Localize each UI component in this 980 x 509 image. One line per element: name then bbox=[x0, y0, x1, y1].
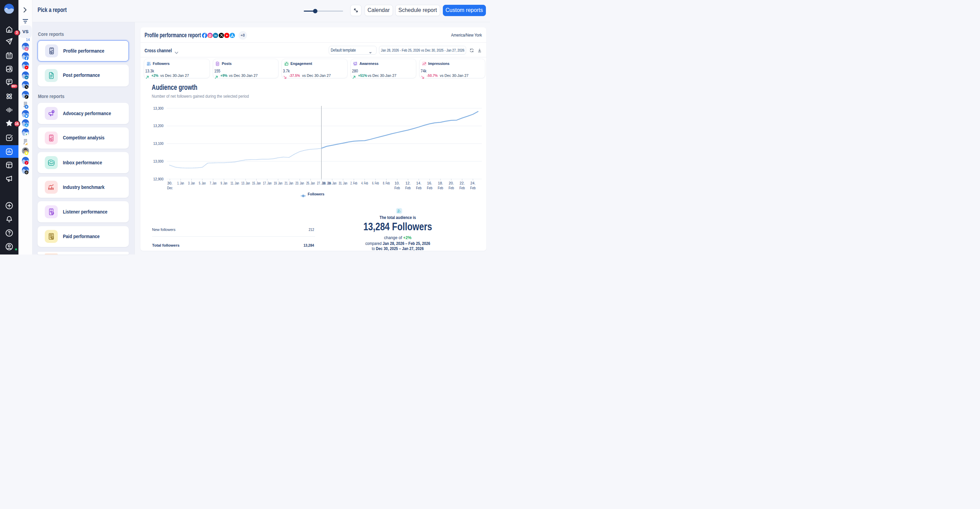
svg-text:31. Jan: 31. Jan bbox=[339, 181, 347, 185]
svg-text:12.: 12. bbox=[406, 181, 411, 185]
svg-text:18.: 18. bbox=[438, 181, 443, 185]
svg-text:11. Jan: 11. Jan bbox=[230, 181, 239, 185]
svg-text:7. Jan: 7. Jan bbox=[210, 181, 216, 185]
svg-text:$: $ bbox=[52, 237, 53, 239]
svg-text:13,300: 13,300 bbox=[153, 106, 164, 110]
svg-text:28. Jan: 28. Jan bbox=[323, 181, 331, 185]
svg-text:13,200: 13,200 bbox=[153, 124, 164, 128]
svg-text:30.: 30. bbox=[167, 181, 173, 185]
svg-text:4. Feb: 4. Feb bbox=[361, 181, 368, 185]
svg-text:1. Jan: 1. Jan bbox=[177, 181, 184, 185]
svg-text:16.: 16. bbox=[427, 181, 432, 185]
svg-text:15. Jan: 15. Jan bbox=[252, 181, 261, 185]
svg-text:21. Jan: 21. Jan bbox=[285, 181, 293, 185]
svg-text:Feb: Feb bbox=[459, 186, 465, 190]
svg-text:in: in bbox=[25, 76, 28, 79]
svg-text:17. Jan: 17. Jan bbox=[263, 181, 271, 185]
svg-text:$: $ bbox=[52, 110, 54, 113]
svg-text:in: in bbox=[215, 34, 217, 37]
svg-text:19. Jan: 19. Jan bbox=[274, 181, 282, 185]
svg-text:23. Jan: 23. Jan bbox=[296, 181, 304, 185]
svg-text:Feb: Feb bbox=[438, 186, 443, 190]
svg-text:6. Feb: 6. Feb bbox=[372, 181, 379, 185]
svg-text:@: @ bbox=[25, 171, 28, 173]
svg-text:13,000: 13,000 bbox=[153, 159, 164, 163]
svg-text:Feb: Feb bbox=[449, 186, 454, 190]
svg-text:25. Jan: 25. Jan bbox=[306, 181, 315, 185]
svg-text:12,900: 12,900 bbox=[153, 177, 164, 181]
svg-text:Dec: Dec bbox=[167, 186, 173, 190]
svg-text:13,100: 13,100 bbox=[153, 142, 164, 146]
svg-text:8. Feb: 8. Feb bbox=[383, 181, 390, 185]
svg-text:Feb: Feb bbox=[405, 186, 411, 190]
svg-text:5. Jan: 5. Jan bbox=[199, 181, 206, 185]
svg-text:20.: 20. bbox=[449, 181, 454, 185]
svg-text:2. Feb: 2. Feb bbox=[351, 181, 358, 185]
svg-text:9. Jan: 9. Jan bbox=[220, 181, 227, 185]
svg-text:10.: 10. bbox=[395, 181, 400, 185]
svg-text:Feb: Feb bbox=[470, 186, 476, 190]
svg-text:Feb: Feb bbox=[395, 186, 400, 190]
svg-text:Feb: Feb bbox=[427, 186, 432, 190]
svg-text:24.: 24. bbox=[471, 181, 476, 185]
svg-text:13. Jan: 13. Jan bbox=[241, 181, 250, 185]
svg-text:Feb: Feb bbox=[416, 186, 422, 190]
svg-text:3. Jan: 3. Jan bbox=[188, 181, 195, 185]
svg-text:22.: 22. bbox=[460, 181, 465, 185]
svg-text:14.: 14. bbox=[416, 181, 421, 185]
